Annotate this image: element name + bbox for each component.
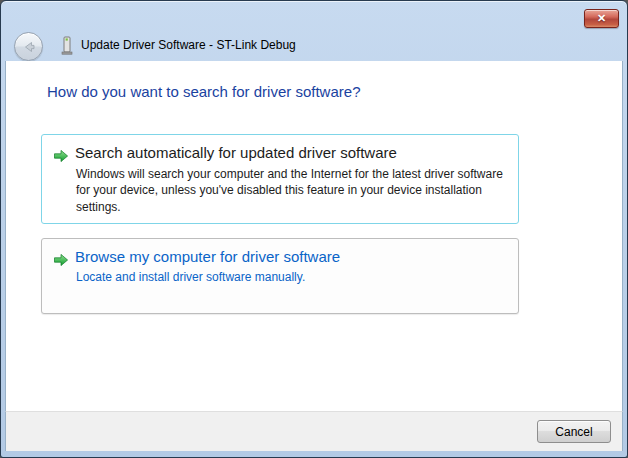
device-icon — [59, 35, 75, 57]
option-description: Locate and install driver software manua… — [76, 269, 508, 285]
titlebar: ✕ — [1, 1, 627, 31]
option-title: Browse my computer for driver software — [75, 248, 340, 265]
option-title: Search automatically for updated driver … — [75, 144, 397, 161]
green-arrow-right-icon — [53, 252, 69, 268]
close-button[interactable]: ✕ — [584, 9, 619, 28]
window-title: Update Driver Software - ST-Link Debug — [81, 38, 296, 52]
close-icon: ✕ — [597, 12, 606, 24]
option-search-automatically[interactable]: Search automatically for updated driver … — [41, 134, 519, 224]
page-title: How do you want to search for driver sof… — [47, 83, 360, 100]
navigation-bar: Update Driver Software - ST-Link Debug — [1, 31, 627, 61]
wizard-content: How do you want to search for driver sof… — [5, 61, 623, 411]
back-button[interactable] — [14, 32, 43, 61]
option-browse-computer[interactable]: Browse my computer for driver software L… — [41, 238, 519, 314]
green-arrow-right-icon — [53, 148, 69, 164]
option-description: Windows will search your computer and th… — [76, 166, 508, 215]
cancel-button[interactable]: Cancel — [537, 420, 611, 443]
window-frame-bottom — [1, 449, 627, 457]
update-driver-wizard-window: ✕ Update Driver Software - ST-Link Debug… — [0, 0, 628, 458]
footer: Cancel — [5, 411, 623, 451]
arrow-left-icon — [21, 39, 37, 55]
